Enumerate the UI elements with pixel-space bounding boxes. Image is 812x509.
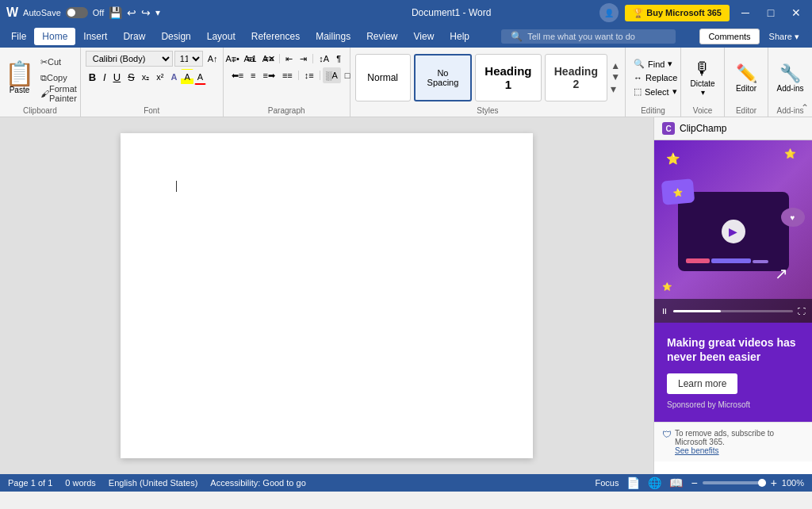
paragraph-group-label: Paragraph (228, 105, 345, 115)
underline-button[interactable]: U (110, 69, 124, 85)
title-bar-right: 👤 🏆 Buy Microsoft 365 ─ □ ✕ (599, 3, 806, 22)
paste-button[interactable]: 📋 Paste (5, 62, 34, 94)
close-button[interactable]: ✕ (787, 3, 806, 22)
zoom-controls: − + 100% (691, 476, 804, 489)
highlight-button[interactable]: A (181, 69, 193, 85)
avatar[interactable]: 👤 (599, 3, 619, 22)
dictate-button[interactable]: 🎙 Dictate ▾ (690, 59, 714, 97)
justify-button[interactable]: ≡≡ (279, 67, 296, 83)
format-painter-button[interactable]: 🖌 Format Painter (37, 86, 80, 101)
editing-section: 🔍 Find ▾ ↔ Replace ⬚ Select ▾ Editing (626, 48, 681, 117)
main-area: C ClipChamp ⭐ ⭐ ⭐ ▶ ⭐ (0, 117, 812, 474)
save-icon[interactable]: 💾 (109, 6, 122, 19)
font-section: Calibri (Body) 11 A↑ A↓ Aa A✕ B I U S x₂… (81, 48, 224, 117)
redo-icon[interactable]: ↪ (141, 6, 151, 19)
menu-item-mailings[interactable]: Mailings (308, 28, 358, 45)
font-color-button[interactable]: A (194, 69, 206, 85)
editor-icon: ✏️ (736, 63, 757, 84)
decrease-indent-button[interactable]: ⇤ (282, 51, 296, 67)
font-size-select[interactable]: 11 (174, 51, 203, 67)
collapse-icon: ⌃ (801, 102, 809, 113)
focus-button[interactable]: Focus (596, 478, 619, 488)
editing-group-label: Editing (630, 105, 676, 115)
menu-item-view[interactable]: View (406, 28, 442, 45)
sort-button[interactable]: ↕A (316, 51, 332, 67)
view-web-button[interactable]: 🌐 (648, 476, 661, 489)
language: English (United States) (109, 478, 198, 488)
increase-indent-button[interactable]: ⇥ (297, 51, 310, 67)
menu-item-file[interactable]: File (3, 28, 34, 45)
share-button[interactable]: Share ▾ (760, 29, 809, 44)
zoom-slider[interactable] (703, 481, 766, 484)
style-heading1-button[interactable]: Heading 1 (475, 54, 541, 101)
select-button[interactable]: ⬚ Select ▾ (630, 86, 680, 98)
customize-icon[interactable]: ▾ (155, 7, 160, 18)
collapse-ribbon-button[interactable]: ⌃ (801, 102, 809, 113)
styles-scroll-button[interactable]: ▲ ▼ ▾ (611, 60, 620, 95)
ad-header: C ClipChamp (654, 117, 812, 140)
find-button[interactable]: 🔍 Find ▾ (630, 58, 676, 70)
autosave-toggle[interactable] (66, 7, 88, 18)
see-benefits-link[interactable]: See benefits (675, 446, 719, 455)
strikethrough-button[interactable]: S (124, 69, 138, 85)
autosave-label: AutoSave (23, 8, 61, 17)
style-heading2-button[interactable]: Heading 2 (545, 54, 608, 101)
zoom-in-button[interactable]: + (771, 476, 777, 489)
search-placeholder[interactable]: Tell me what you want to do (527, 32, 635, 41)
cut-button[interactable]: ✂ Cut (37, 55, 80, 69)
numbering-button[interactable]: ≡1 (243, 51, 260, 67)
style-normal-button[interactable]: Normal (355, 54, 411, 101)
align-right-button[interactable]: ≡➡ (260, 67, 278, 83)
editor-button[interactable]: ✏️ Editor (736, 63, 757, 93)
buy-microsoft365-button[interactable]: 🏆 Buy Microsoft 365 (625, 5, 730, 21)
bold-button[interactable]: B (86, 69, 99, 85)
menu-item-review[interactable]: Review (358, 28, 405, 45)
menu-item-home[interactable]: Home (34, 28, 75, 45)
replace-button[interactable]: ↔ Replace (630, 72, 680, 83)
restore-button[interactable]: □ (761, 3, 780, 22)
line-spacing-button[interactable]: ↕≡ (301, 67, 317, 83)
minimize-button[interactable]: ─ (736, 3, 755, 22)
style-heading1-label: Heading 1 (485, 64, 531, 91)
menu-item-references[interactable]: References (243, 28, 308, 45)
view-read-button[interactable]: 📖 (669, 476, 683, 489)
superscript-button[interactable]: x² (153, 69, 167, 85)
align-center-button[interactable]: ≡ (247, 67, 259, 83)
clipboard-section: 📋 Paste ✂ Cut ⧉ Copy 🖌 Format Painter Cl… (0, 48, 81, 117)
select-icon: ⬚ (634, 86, 642, 97)
editor-group-label: Editor (730, 105, 763, 115)
document-area[interactable] (0, 117, 653, 474)
document-page[interactable] (121, 133, 533, 458)
menu-item-design[interactable]: Design (153, 28, 198, 45)
copy-button[interactable]: ⧉ Copy (37, 71, 80, 85)
text-effects-button[interactable]: A (167, 69, 180, 85)
zoom-out-button[interactable]: − (691, 476, 697, 489)
bullets-button[interactable]: ≡• (228, 51, 243, 67)
style-no-spacing-button[interactable]: No Spacing (414, 54, 473, 101)
style-no-spacing-label: No Spacing (425, 68, 462, 87)
undo-icon[interactable]: ↩ (127, 6, 136, 19)
view-print-button[interactable]: 📄 (626, 476, 640, 489)
paragraph-section: ≡• ≡1 ≡≡ ⇤ ⇥ ↕A ¶ ⬅≡ ≡ ≡➡ ≡≡ ↕≡ ░A □ (224, 48, 350, 117)
italic-button[interactable]: I (100, 69, 109, 85)
show-paragraph-button[interactable]: ¶ (333, 51, 344, 67)
learn-more-button[interactable]: Learn more (667, 373, 737, 394)
menu-item-layout[interactable]: Layout (199, 28, 243, 45)
menu-item-insert[interactable]: Insert (75, 28, 115, 45)
subscript-button[interactable]: x₂ (139, 69, 153, 85)
comments-button[interactable]: Comments (699, 29, 759, 44)
menu-item-help[interactable]: Help (442, 28, 477, 45)
find-chevron: ▾ (668, 59, 672, 69)
styles-group-label: Styles (355, 105, 620, 115)
menu-item-draw[interactable]: Draw (115, 28, 153, 45)
shading-button[interactable]: ░A (323, 67, 341, 83)
font-group-label: Font (86, 105, 218, 115)
font-family-select[interactable]: Calibri (Body) (86, 51, 173, 67)
multilevel-button[interactable]: ≡≡ (261, 51, 278, 67)
page-count: Page 1 of 1 (8, 478, 52, 488)
menu-bar: File Home Insert Draw Design Layout Refe… (0, 25, 812, 48)
align-left-button[interactable]: ⬅≡ (228, 67, 247, 83)
font-grow-button[interactable]: A↑ (205, 51, 221, 67)
card-overlay2: ♥ (781, 208, 805, 227)
addins-button[interactable]: 🔧 Add-ins (777, 63, 804, 93)
